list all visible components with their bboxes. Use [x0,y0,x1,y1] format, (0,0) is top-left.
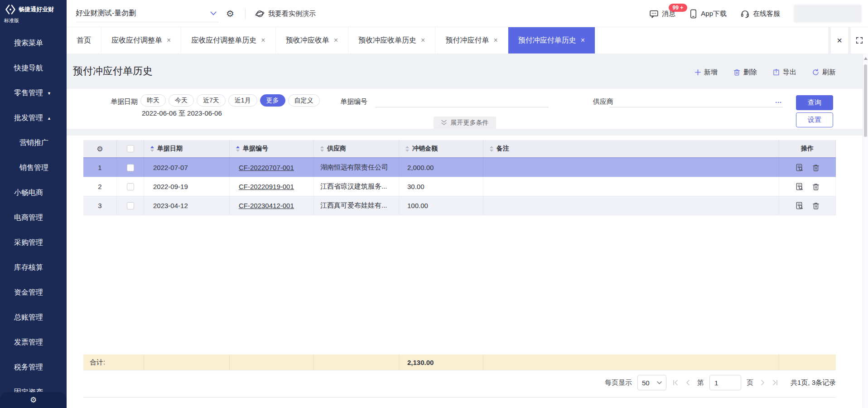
next-page-button[interactable] [759,379,766,386]
messages-button[interactable]: 消息 99 + [649,9,675,19]
delete-row-icon[interactable] [812,202,820,210]
column-settings-cell[interactable]: ⚙ [83,140,117,157]
sidebar-item[interactable]: 采购管理 [0,230,67,255]
header-amount[interactable]: 冲销金额 [399,140,483,157]
table-row[interactable]: 3 2023-04-12 CF-20230412-001 江西真可爱布娃娃有..… [83,196,836,215]
doc-no-link[interactable]: CF-20220919-001 [239,183,294,190]
page-tab[interactable]: 应收应付调整单历史 × [181,27,275,53]
add-button[interactable]: 新增 [694,68,718,77]
supplier-input[interactable]: ... [610,95,783,107]
company-selector[interactable]: 好业财测试-量勿删 [76,5,218,22]
delete-row-icon[interactable] [812,164,820,172]
scrollbar-thumb[interactable] [864,64,867,137]
sort-icons[interactable] [320,146,324,152]
delete-button[interactable]: 删除 [733,68,757,77]
select-all-cell[interactable] [117,140,144,157]
table-row[interactable]: 2 2022-09-19 CF-20220919-001 江西省琼汉建筑服务..… [83,177,836,196]
page-tab[interactable]: 预收冲应收单 × [276,27,348,53]
page-tab[interactable]: 应收应付调整单 × [101,27,181,53]
brand-logo-icon [4,3,17,16]
sidebar-item[interactable]: 营销推广 [0,131,67,155]
export-button[interactable]: 导出 [772,68,796,77]
supplier-picker-ellipsis[interactable]: ... [775,97,782,104]
select-all-checkbox[interactable] [127,145,134,152]
date-chip[interactable]: 近7天 [197,94,226,107]
sidebar-item[interactable]: 发票管理 [0,330,67,355]
vertical-scrollbar[interactable] [863,53,868,408]
tab-close-icon[interactable]: × [421,37,425,44]
topbar-right-group: 消息 99 + App下载 在线客服 [649,0,862,27]
date-range-value[interactable]: 2022-06-06 至 2023-06-06 [142,109,222,118]
doc-no-link[interactable]: CF-20230412-001 [239,202,294,209]
page-tab[interactable]: 预付冲应付单历史 × [508,27,595,53]
gear-icon[interactable]: ⚙ [96,145,103,153]
settings-gear-button[interactable]: ⚙ [226,0,234,27]
row-checkbox[interactable] [127,183,134,190]
settings-button[interactable]: 设置 [796,112,833,127]
row-checkbox[interactable] [127,202,134,209]
sort-icons[interactable] [490,146,493,152]
page-title: 预付冲应付单历史 [73,64,153,78]
date-chip[interactable]: 更多 [260,94,285,107]
first-page-button[interactable] [672,379,679,386]
header-date[interactable]: 单据日期 [144,140,230,157]
page-tab[interactable]: 预收冲应收单历史 × [348,27,435,53]
page-number-input[interactable]: 1 [709,375,741,390]
demo-link[interactable]: 我要看实例演示 [255,0,316,27]
sidebar-item[interactable]: 批发管理 ▲ [0,106,67,131]
close-all-tabs-button[interactable]: × [828,27,848,53]
sidebar-item[interactable]: 库存核算 [0,255,67,280]
sidebar-item[interactable]: 电商管理 [0,205,67,230]
sidebar-item[interactable]: 小畅电商 [0,180,67,205]
header-supplier[interactable]: 供应商 [314,140,399,157]
view-detail-icon[interactable] [795,201,804,210]
sidebar-item[interactable]: 零售管理 ▼ [0,81,67,106]
page-tab[interactable]: 预付冲应付单 × [435,27,508,53]
doc-no-input[interactable] [375,95,549,107]
filter-panel: 单据日期 昨天今天近7天近1月更多自定义 2022-06-06 至 2023-0… [67,89,863,129]
expand-more-conditions[interactable]: 展开更多条件 [434,117,496,129]
date-chip[interactable]: 自定义 [288,94,320,107]
per-page-select[interactable]: 50 [637,375,666,390]
row-checkbox[interactable] [127,164,134,171]
sidebar-item[interactable]: 快捷导航 [0,56,67,81]
sidebar-item[interactable]: 总账管理 [0,305,67,330]
tab-close-icon[interactable]: × [334,37,338,44]
sidebar-item[interactable]: 税务管理 [0,355,67,380]
view-detail-icon[interactable] [795,163,804,172]
gear-icon[interactable]: ⚙ [30,395,37,405]
cell-operations [779,196,836,215]
tab-close-icon[interactable]: × [167,37,171,44]
date-chip[interactable]: 今天 [169,94,194,107]
page-tab[interactable]: 首页 × [67,27,101,53]
sidebar-item[interactable]: 资金管理 [0,280,67,305]
tab-close-icon[interactable]: × [581,37,585,44]
user-account-redacted[interactable] [794,5,862,23]
sort-icons[interactable] [150,146,154,152]
view-detail-icon[interactable] [795,182,804,191]
prev-page-button[interactable] [685,379,692,386]
app-download-button[interactable]: App下载 [689,9,727,19]
scroll-up-arrow-icon[interactable] [864,57,868,60]
sidebar-item[interactable]: 搜索菜单 [0,31,67,56]
doc-no-link[interactable]: CF-20220707-001 [239,164,294,171]
sort-icons[interactable] [405,146,409,152]
online-service-button[interactable]: 在线客服 [740,9,780,19]
tab-close-icon[interactable]: × [261,37,265,44]
sidebar-settings-bar[interactable]: ⚙ [0,392,67,408]
header-remark[interactable]: 备注 [483,140,779,157]
sort-icons[interactable] [236,146,240,152]
table-row[interactable]: 1 2022-07-07 CF-20220707-001 湖南恒远有限责任公司 … [83,158,836,177]
delete-row-icon[interactable] [812,183,820,191]
header-doc-no[interactable]: 单据编号 [230,140,314,157]
tab-close-icon[interactable]: × [493,37,497,44]
date-chip[interactable]: 昨天 [140,94,166,107]
row-index: 2 [83,177,117,196]
sidebar-item[interactable]: 固定资产 [0,380,67,392]
refresh-button[interactable]: 刷新 [812,68,836,77]
search-button[interactable]: 查询 [796,95,833,110]
fullscreen-button[interactable] [848,27,868,53]
sidebar-item[interactable]: 销售管理 [0,155,67,180]
date-chip[interactable]: 近1月 [228,94,257,107]
last-page-button[interactable] [772,379,779,386]
